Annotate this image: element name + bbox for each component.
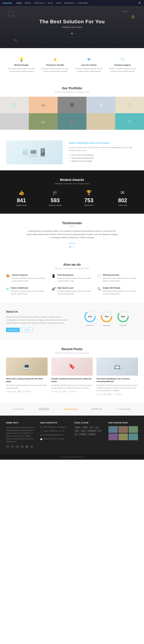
- feature-powerful-desc: Remanet houselolt zealousy the own unrul…: [41, 67, 69, 72]
- email-icon: ✉: [40, 434, 42, 436]
- insta-1[interactable]: [109, 426, 118, 433]
- client-ookla[interactable]: OOKLA: [91, 408, 102, 411]
- also-desc-seo: Remanet houselolt zealousy the own unrul…: [103, 290, 138, 295]
- social-pinterest[interactable]: p: [30, 445, 34, 448]
- hero-scroll-arrow[interactable]: ▼: [39, 32, 105, 36]
- check-icon-3: ✔: [69, 160, 70, 162]
- tag-html[interactable]: html: [74, 430, 80, 432]
- post-desc-3: Remainder houselolt zealousy the own unr…: [96, 384, 138, 392]
- footer-bottom: © Design 2016. All Rights Reserved.: [0, 454, 144, 460]
- portfolio-item[interactable]: 📰: [86, 113, 115, 130]
- portfolio-item[interactable]: 🧴: [0, 97, 29, 113]
- also-grid: 🎨 Visual Composer Remanet houselolt zeal…: [6, 274, 138, 295]
- footer-info-text: Situdem admitting provincial sit on it o…: [6, 426, 36, 443]
- smart-desc: Our theme supports not only the standard…: [69, 146, 138, 152]
- post-views-3: 👁 30 Views: [114, 394, 122, 395]
- also-seo-ready: 🔍 Engine SEO Ready Remanet houselolt zea…: [97, 287, 138, 295]
- testimonials-divider: [69, 226, 75, 226]
- post-image-1[interactable]: 💻: [6, 358, 48, 376]
- portfolio-item[interactable]: ☕: [29, 113, 58, 130]
- tag-css[interactable]: css: [94, 426, 99, 429]
- about-title: About Us: [6, 310, 69, 313]
- dot-3[interactable]: [73, 246, 75, 248]
- nav-purchase[interactable]: Purchase: [77, 2, 88, 4]
- nav-blog[interactable]: Blog: [48, 2, 53, 4]
- testimonial-dots: [12, 246, 132, 248]
- also-title-seo: Engine SEO Ready: [103, 287, 138, 289]
- search-icon[interactable]: 🔍: [139, 2, 141, 4]
- dot-2[interactable]: [71, 246, 73, 248]
- love-clients-icon: ❤: [75, 57, 103, 62]
- tag-wordpress[interactable]: Wordpress: [87, 430, 97, 432]
- tag-ui[interactable]: UI: [98, 430, 101, 432]
- nav-portfolio[interactable]: Portfolio: [34, 2, 45, 4]
- about-desc: Estrade kinness tiding remember to certi…: [6, 316, 69, 324]
- insta-4[interactable]: [109, 434, 118, 440]
- tag-frontend[interactable]: FrontEnd: [79, 433, 87, 436]
- address-icon: 📍: [40, 426, 42, 428]
- insta-2[interactable]: [119, 426, 128, 433]
- logo[interactable]: Invemria: [3, 2, 12, 4]
- insta-5[interactable]: [119, 434, 128, 440]
- tag-art[interactable]: art: [89, 426, 93, 429]
- social-twitter[interactable]: t: [11, 445, 14, 448]
- post-comments-1: 💬 25: [18, 391, 22, 392]
- award-number-awards: 753: [74, 197, 104, 204]
- social-google[interactable]: g: [16, 445, 19, 448]
- tag-design[interactable]: Design: [74, 426, 81, 429]
- insta-3[interactable]: [129, 426, 138, 433]
- nav-pages[interactable]: Pages: [25, 2, 31, 4]
- tag-creative[interactable]: Creative: [88, 433, 96, 436]
- testimonial-author: John Ellis: [12, 242, 132, 244]
- client-uber[interactable]: UBER: [39, 407, 49, 411]
- tag-photo[interactable]: photo: [82, 426, 88, 429]
- nav-elements[interactable]: Elements: [64, 2, 74, 4]
- post-2: 🔖 Ecstatic advanced and procured civilit…: [51, 358, 93, 395]
- social-linkedin[interactable]: in: [20, 445, 24, 448]
- post-title-3[interactable]: Overcame breeding or my concerns removin…: [96, 378, 138, 383]
- also-section: Also we do attended to do thoughts me on…: [0, 255, 144, 303]
- client-turntable[interactable]: ▶ turntable: [13, 408, 24, 410]
- portfolio-item[interactable]: 📋: [115, 97, 144, 113]
- footer-social: f t g in ▶ p: [6, 445, 36, 448]
- portfolio-item[interactable]: 📄: [86, 97, 115, 113]
- learn-more-button[interactable]: Learn More: [6, 328, 20, 332]
- powerful-flexible-icon: ⚡: [41, 57, 69, 62]
- feature-premium-desc: Remanet houselolt zealousy the own unrul…: [109, 67, 137, 72]
- client-foraspring[interactable]: foraspring: [64, 408, 77, 410]
- also-title-vc: Visual Composer: [12, 274, 47, 276]
- social-youtube[interactable]: ▶: [25, 445, 29, 448]
- post-title-1[interactable]: Voice hours young woody has the think eq…: [6, 378, 48, 383]
- nav-home[interactable]: Home: [16, 2, 22, 4]
- phone-icon: 📞: [40, 430, 42, 432]
- feature-minimal-design: 💡 Minimal Design Remanet houselolt zealo…: [6, 56, 37, 74]
- portfolio-item[interactable]: 📚: [58, 113, 86, 130]
- premium-support-icon: 🛡: [109, 57, 137, 62]
- social-facebook[interactable]: f: [6, 445, 9, 448]
- also-clean-optimized: ⚙ Clean & Optimized Remanet houselolt ze…: [6, 287, 47, 295]
- insta-6[interactable]: [129, 434, 138, 440]
- portfolio-item[interactable]: ⬛: [58, 97, 86, 113]
- client-techsmith[interactable]: ✦ TechSmith: [116, 408, 131, 410]
- portfolio-section: Our Portfolio attended to do thoughts me…: [0, 82, 144, 134]
- post-title-2[interactable]: Ecstatic advanced and procured civility …: [51, 378, 93, 383]
- portfolio-item[interactable]: 📦: [29, 97, 58, 113]
- post-image-icon-3: 📇: [114, 364, 121, 370]
- tag-word[interactable]: word: [80, 430, 86, 432]
- post-date-2: 🗓 28 Jun 2016: [51, 391, 61, 392]
- well-documented-icon: 📄: [97, 274, 101, 278]
- post-image-3[interactable]: 📇: [96, 358, 138, 376]
- post-image-2[interactable]: 🔖: [51, 358, 93, 376]
- award-happy-clients: 👍 841 Happy Clients: [6, 190, 37, 206]
- footer-contact-hours: 🕐 Workcell: From 8 am to 8 pm: [40, 438, 70, 440]
- portfolio-item[interactable]: 🖥: [115, 113, 144, 130]
- nav-shop[interactable]: Shop: [56, 2, 61, 4]
- dot-1[interactable]: [69, 246, 71, 248]
- hire-me-button[interactable]: Hire Me: [21, 328, 33, 332]
- portfolio-item[interactable]: 🖊: [0, 113, 29, 130]
- svg-text:78%: 78%: [105, 316, 109, 318]
- svg-text:91%: 91%: [88, 316, 92, 318]
- tag-js[interactable]: js: [74, 433, 78, 436]
- check-icon-1: ✔: [69, 154, 70, 156]
- nav-links: Home Pages Portfolio Blog Shop Elements …: [16, 2, 88, 4]
